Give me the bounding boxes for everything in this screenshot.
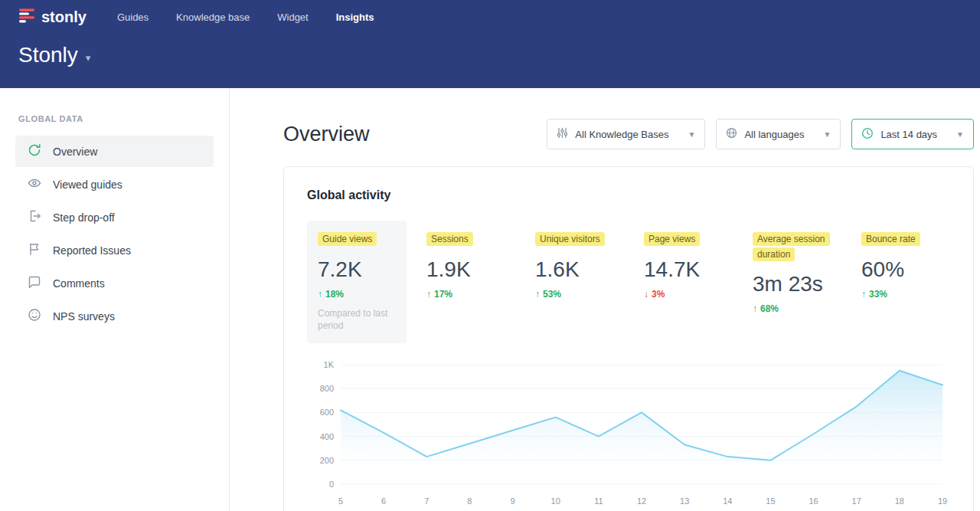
languages-dropdown[interactable]: All languages ▼ bbox=[716, 119, 841, 149]
sidebar: GLOBAL DATA Overview Viewed guides bbox=[0, 88, 230, 511]
sidebar-item-label: Comments bbox=[53, 277, 105, 290]
arrow-down-icon: ↓ bbox=[644, 289, 648, 300]
arrow-up-icon: ↑ bbox=[318, 289, 322, 300]
svg-text:6: 6 bbox=[381, 496, 386, 506]
arrow-up-icon: ↑ bbox=[535, 289, 540, 300]
chevron-down-icon: ▼ bbox=[823, 130, 831, 139]
sidebar-item-reported-issues[interactable]: Reported Issues bbox=[15, 234, 214, 266]
metric-delta: ↓ 3% bbox=[644, 289, 722, 300]
chevron-down-icon: ▾ bbox=[86, 52, 91, 64]
svg-text:11: 11 bbox=[594, 496, 603, 506]
metric-delta: ↑ 33% bbox=[861, 289, 939, 300]
sidebar-item-label: Overview bbox=[53, 146, 97, 158]
sidebar-item-comments[interactable]: Comments bbox=[15, 267, 214, 299]
svg-text:5: 5 bbox=[338, 496, 343, 506]
svg-text:19: 19 bbox=[938, 496, 947, 506]
svg-text:600: 600 bbox=[320, 408, 334, 418]
arrow-up-icon: ↑ bbox=[753, 303, 757, 314]
sidebar-item-label: Reported Issues bbox=[53, 244, 131, 257]
metric-label: Unique visitors bbox=[535, 232, 605, 246]
knowledge-bases-dropdown-label: All Knowledge Bases bbox=[575, 129, 668, 140]
app-header: stonly Guides Knowledge base Widget Insi… bbox=[0, 0, 980, 88]
metric-guide-views[interactable]: Guide views 7.2K ↑ 18% Compared to last … bbox=[307, 221, 407, 343]
svg-text:17: 17 bbox=[852, 496, 861, 506]
step-dropoff-icon bbox=[28, 209, 41, 225]
workspace-name: Stonly bbox=[18, 43, 78, 67]
main-content: Overview All Knowledge Bases ▼ bbox=[230, 88, 980, 511]
sidebar-item-label: Viewed guides bbox=[53, 179, 122, 191]
metric-value: 7.2K bbox=[318, 257, 396, 282]
metric-compare-note: Compared to last period bbox=[318, 307, 396, 333]
svg-text:400: 400 bbox=[320, 432, 334, 441]
svg-text:12: 12 bbox=[637, 496, 646, 506]
metric-label: Bounce rate bbox=[861, 232, 920, 246]
metric-value: 3m 23s bbox=[753, 272, 831, 296]
clock-icon bbox=[861, 127, 874, 142]
sidebar-item-label: Step drop-off bbox=[53, 211, 115, 224]
workspace-selector[interactable]: Stonly ▾ bbox=[0, 34, 90, 67]
svg-text:1K: 1K bbox=[324, 360, 335, 369]
date-range-dropdown[interactable]: Last 14 days ▼ bbox=[851, 119, 974, 149]
knowledge-bases-dropdown[interactable]: All Knowledge Bases ▼ bbox=[547, 119, 705, 149]
svg-text:13: 13 bbox=[680, 496, 689, 506]
svg-text:200: 200 bbox=[320, 456, 334, 465]
metric-average-session-duration[interactable]: Average session duration 3m 23s ↑ 68% bbox=[742, 221, 841, 325]
global-activity-card: Global activity Guide views 7.2K ↑ 18% C… bbox=[283, 166, 974, 511]
metric-label: Sessions bbox=[426, 232, 473, 246]
globe-icon bbox=[726, 127, 737, 141]
svg-text:15: 15 bbox=[766, 496, 775, 506]
nav-items: Guides Knowledge base Widget Insights bbox=[117, 11, 374, 23]
card-title: Global activity bbox=[307, 188, 950, 202]
smiley-icon bbox=[28, 308, 41, 324]
metric-value: 1.6K bbox=[535, 257, 613, 282]
arrow-up-icon: ↑ bbox=[861, 289, 866, 300]
brand-logo-text: stonly bbox=[41, 8, 87, 26]
svg-text:7: 7 bbox=[424, 496, 429, 506]
nav-item-knowledge-base[interactable]: Knowledge base bbox=[176, 11, 250, 23]
chevron-down-icon: ▼ bbox=[956, 130, 964, 139]
languages-dropdown-label: All languages bbox=[744, 129, 804, 140]
chart-wrap: 02004006008001K5678910111213141516171819 bbox=[307, 357, 950, 511]
overview-icon bbox=[28, 143, 41, 159]
svg-text:16: 16 bbox=[808, 496, 818, 506]
brand-logo[interactable]: stonly bbox=[18, 7, 87, 28]
arrow-up-icon: ↑ bbox=[426, 289, 431, 300]
stonly-logo-icon bbox=[18, 7, 35, 28]
svg-text:8: 8 bbox=[467, 496, 472, 506]
sidebar-item-overview[interactable]: Overview bbox=[15, 136, 214, 167]
metric-value: 1.9K bbox=[426, 257, 505, 282]
eye-icon bbox=[28, 176, 41, 192]
metric-delta: ↑ 53% bbox=[535, 289, 613, 300]
comment-icon bbox=[28, 275, 41, 291]
activity-chart: 02004006008001K5678910111213141516171819 bbox=[307, 357, 950, 510]
metric-label: Average session duration bbox=[753, 232, 830, 261]
metric-page-views[interactable]: Page views 14.7K ↓ 3% bbox=[633, 221, 733, 310]
sidebar-section-label: GLOBAL DATA bbox=[0, 114, 229, 123]
sidebar-item-step-drop-off[interactable]: Step drop-off bbox=[15, 201, 214, 233]
sliders-icon bbox=[557, 127, 568, 141]
chevron-down-icon: ▼ bbox=[688, 130, 696, 139]
metric-label: Page views bbox=[644, 232, 700, 246]
nav-item-insights[interactable]: Insights bbox=[336, 11, 374, 23]
svg-text:800: 800 bbox=[320, 384, 334, 393]
metric-unique-visitors[interactable]: Unique visitors 1.6K ↑ 53% bbox=[524, 221, 624, 310]
metric-value: 60% bbox=[861, 257, 939, 282]
date-range-dropdown-label: Last 14 days bbox=[880, 129, 937, 140]
flag-icon bbox=[28, 242, 41, 258]
sidebar-item-nps-surveys[interactable]: NPS surveys bbox=[15, 300, 214, 332]
sidebar-item-label: NPS surveys bbox=[53, 310, 115, 323]
nav-item-guides[interactable]: Guides bbox=[117, 11, 149, 23]
metric-bounce-rate[interactable]: Bounce rate 60% ↑ 33% bbox=[851, 221, 950, 310]
metric-sessions[interactable]: Sessions 1.9K ↑ 17% bbox=[416, 221, 515, 310]
svg-text:9: 9 bbox=[511, 496, 515, 506]
svg-text:10: 10 bbox=[551, 496, 560, 506]
metric-delta: ↑ 17% bbox=[426, 289, 505, 300]
metric-label: Guide views bbox=[318, 232, 377, 246]
svg-text:0: 0 bbox=[329, 480, 334, 489]
svg-text:18: 18 bbox=[895, 496, 904, 506]
nav-item-widget[interactable]: Widget bbox=[277, 11, 308, 23]
metric-delta: ↑ 68% bbox=[753, 303, 831, 314]
svg-text:14: 14 bbox=[723, 496, 732, 506]
filters: All Knowledge Bases ▼ All languages ▼ bbox=[547, 119, 974, 149]
sidebar-item-viewed-guides[interactable]: Viewed guides bbox=[15, 169, 214, 200]
